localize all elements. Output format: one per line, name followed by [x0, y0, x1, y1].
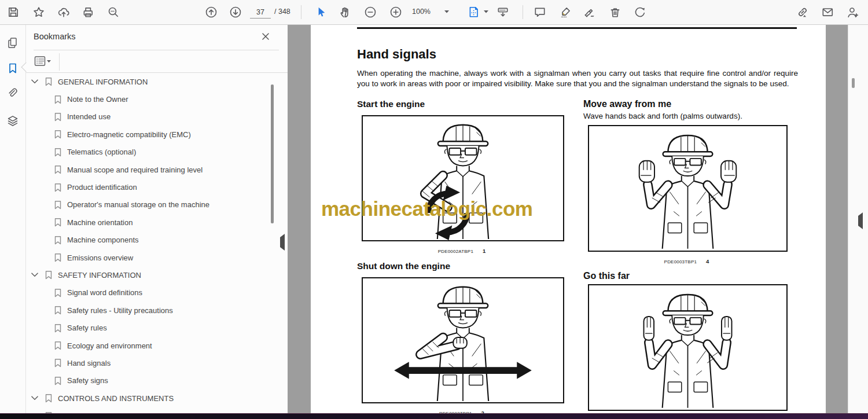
- bookmark-item[interactable]: Telematics (optional): [25, 144, 280, 161]
- bookmarks-panel-button[interactable]: [6, 61, 20, 75]
- highlight-button[interactable]: [559, 6, 572, 19]
- bookmarks-header: Bookmarks: [25, 24, 288, 50]
- print-button[interactable]: [82, 6, 94, 19]
- figure-title: Shut down the engine: [357, 261, 450, 271]
- delete-button[interactable]: [609, 6, 621, 19]
- layers-icon: [6, 114, 20, 128]
- close-panel-button[interactable]: [260, 31, 271, 42]
- select-tool-button[interactable]: [315, 6, 328, 19]
- bookmark-item[interactable]: Product identification: [25, 178, 280, 196]
- figure-number: 1: [483, 248, 486, 254]
- bookmark-item-label: Intended use: [67, 112, 111, 121]
- zoom-in-button[interactable]: [389, 6, 402, 19]
- bookmark-icon: [53, 148, 62, 157]
- comment-icon: [534, 6, 546, 19]
- bookmark-item-label: Product identification: [67, 183, 137, 192]
- email-button[interactable]: [821, 6, 834, 19]
- bookmark-icon: [53, 200, 62, 210]
- next-page-button[interactable]: [229, 6, 242, 19]
- page-up-icon: [205, 6, 218, 19]
- bookmark-item-label: Safety rules: [67, 324, 107, 332]
- page-number-input[interactable]: [250, 6, 271, 19]
- comment-button[interactable]: [534, 6, 546, 19]
- search-button[interactable]: [107, 6, 120, 19]
- bookmark-icon: [6, 61, 20, 75]
- fit-page-caret-icon[interactable]: [484, 10, 488, 13]
- page-thumbnails-button[interactable]: [6, 36, 20, 50]
- zoom-level-select[interactable]: 100%: [409, 8, 434, 16]
- fit-page-button[interactable]: [468, 6, 480, 19]
- star-button[interactable]: [32, 6, 45, 19]
- bookmark-icon: [53, 236, 62, 245]
- figure-illustration-go-this-far: [589, 285, 786, 410]
- bookmark-item[interactable]: Hand signals: [25, 354, 280, 372]
- os-taskbar-edge: [0, 413, 868, 419]
- document-viewport: Hand signals When operating the machine,…: [288, 24, 868, 414]
- highlighter-icon: [559, 6, 572, 19]
- bookmark-item[interactable]: Intended use: [25, 108, 280, 126]
- star-icon: [32, 6, 45, 19]
- bookmark-item[interactable]: Operator's manual storage on the machine: [25, 196, 280, 214]
- bookmark-item-label: Electro-magnetic compatibility (EMC): [67, 130, 191, 139]
- redo-button[interactable]: [634, 6, 646, 19]
- bookmark-item[interactable]: GENERAL INFORMATION: [25, 73, 280, 90]
- bookmark-item[interactable]: Ecology and environment: [25, 337, 280, 354]
- bookmark-icon: [53, 130, 62, 139]
- hand-icon: [339, 6, 352, 19]
- bookmark-item[interactable]: Note to the Owner: [25, 90, 280, 108]
- bookmark-item[interactable]: Emissions overview: [25, 249, 280, 266]
- pages-icon: [6, 36, 20, 50]
- bookmark-item[interactable]: Safety rules - Utility precautions: [25, 302, 280, 319]
- bookmark-icon: [53, 183, 62, 192]
- figure-caption: PDE0003TBP14: [588, 255, 785, 266]
- previous-page-button[interactable]: [205, 6, 218, 19]
- collapse-left-panel-button[interactable]: [280, 237, 288, 251]
- cursor-icon: [315, 6, 328, 19]
- bookmark-icon: [53, 376, 62, 385]
- figure-shut-down-engine: [362, 277, 564, 403]
- search-icon: [107, 6, 120, 19]
- bookmarks-scrollbar-thumb[interactable]: [271, 84, 274, 223]
- bookmark-item[interactable]: Electro-magnetic compatibility (EMC): [25, 126, 280, 143]
- figure-go-this-far: [588, 284, 788, 411]
- bookmark-item[interactable]: Manual scope and required training level: [25, 161, 280, 178]
- print-icon: [82, 6, 94, 19]
- bookmark-item[interactable]: Safety signs: [25, 372, 280, 389]
- bookmark-item[interactable]: Machine components: [25, 231, 280, 249]
- hand-tool-button[interactable]: [339, 6, 352, 19]
- bookmark-options-button[interactable]: [34, 54, 51, 69]
- bookmark-item[interactable]: SAFETY INFORMATION: [25, 266, 280, 284]
- bookmark-item[interactable]: CONTROLS AND INSTRUMENTS: [25, 389, 280, 407]
- bookmark-item-label: SAFETY INFORMATION: [58, 271, 141, 280]
- toolbar-divider: [523, 5, 523, 19]
- collapse-right-panel-button[interactable]: [858, 216, 863, 226]
- zoom-out-button[interactable]: [364, 6, 377, 19]
- bookmark-item[interactable]: Safety rules: [25, 319, 280, 336]
- link-button[interactable]: [796, 6, 809, 19]
- figure-code: PDE0002ATBP1: [438, 249, 473, 254]
- layers-button[interactable]: [6, 114, 20, 128]
- bookmark-icon: [53, 341, 62, 350]
- save-icon: [7, 6, 20, 19]
- bookmark-item-label: GENERAL INFORMATION: [58, 78, 148, 86]
- profile-add-button[interactable]: [846, 6, 859, 19]
- divider: [59, 53, 60, 71]
- sign-button[interactable]: [583, 6, 596, 19]
- bookmark-item[interactable]: Signal word definitions: [25, 284, 280, 302]
- document-scrollbar-thumb[interactable]: [852, 78, 855, 88]
- attachments-button[interactable]: [6, 87, 20, 101]
- zoom-caret-icon[interactable]: [444, 10, 449, 13]
- figure-illustration-shut-down: [363, 278, 563, 402]
- bookmark-icon: [44, 394, 53, 403]
- person-add-icon: [846, 6, 859, 19]
- figure-illustration-move-away: [589, 126, 786, 251]
- toolbar: / 348 100%: [0, 0, 868, 25]
- share-button[interactable]: [57, 6, 70, 19]
- figure-subtitle: Wave hands back and forth (palms outward…: [583, 112, 742, 120]
- toolbar-divider: [301, 5, 301, 19]
- bookmarks-title: Bookmarks: [34, 32, 76, 41]
- collapse-toolbar-button[interactable]: [496, 6, 509, 19]
- bookmark-item[interactable]: Machine orientation: [25, 214, 280, 231]
- divider: [34, 50, 279, 50]
- save-button[interactable]: [7, 6, 20, 19]
